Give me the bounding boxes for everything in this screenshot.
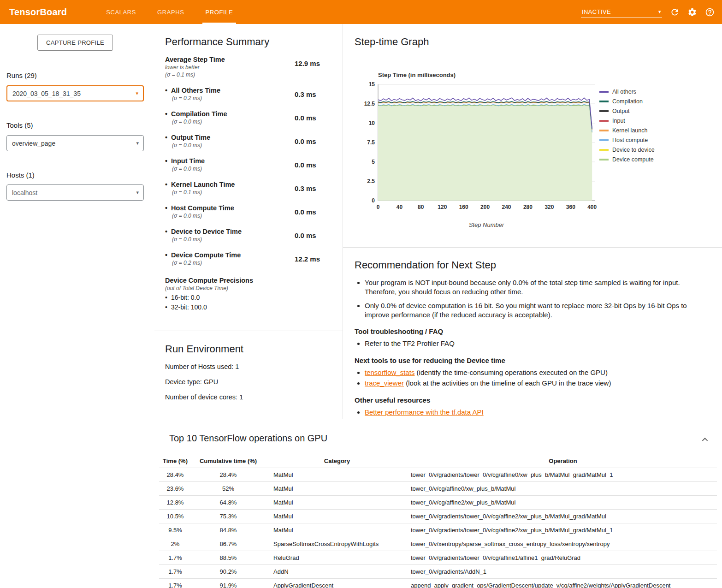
- average-step-time-value: 12.9 ms: [295, 56, 331, 78]
- svg-text:280: 280: [523, 204, 533, 210]
- perf-item-sigma: (σ = 0.0 ms): [172, 142, 210, 148]
- tab-profile[interactable]: PROFILE: [195, 0, 244, 24]
- bullet-icon: •: [165, 157, 167, 165]
- perf-item-text: •Output Time (σ = 0.0 ms): [165, 134, 210, 148]
- step-time-graph-title: Step-time Graph: [355, 36, 429, 48]
- trace-viewer-link[interactable]: trace_viewer: [365, 379, 404, 387]
- settings-button[interactable]: [687, 7, 697, 17]
- perf-item-value: 0.0 ms: [295, 161, 331, 169]
- table-row: 28.4%28.4%MatMultower_0/v/gradients/towe…: [159, 468, 717, 482]
- perf-item-value: 0.3 ms: [295, 184, 331, 192]
- time-cell: 28.4%: [159, 468, 191, 482]
- chevron-down-icon: ▾: [658, 9, 661, 14]
- precision-item: •16-bit: 0.0: [165, 294, 331, 301]
- help-button[interactable]: [705, 7, 715, 17]
- legend-swatch-icon: [599, 91, 609, 93]
- run-environment-line: Number of Hosts used: 1: [165, 363, 331, 370]
- table-row: 1.7%88.5%ReluGradtower_0/v/gradients/tow…: [159, 551, 717, 565]
- collapse-section-button[interactable]: [700, 435, 710, 445]
- runs-label: Runs (29): [6, 71, 37, 79]
- step-time-chart: 02.557.51012.515040801201602002402803203…: [364, 80, 604, 218]
- chart-x-axis-label: Step Number: [378, 221, 595, 228]
- perf-item: •Kernel Launch Time (σ = 0.1 ms) 0.3 ms: [165, 181, 331, 196]
- perf-item: •Device to Device Time (σ = 0.0 ms) 0.0 …: [165, 228, 331, 243]
- chart-title: Step Time (in milliseconds): [378, 71, 456, 78]
- time-cell: 12.8%: [159, 496, 191, 510]
- legend-swatch-icon: [599, 130, 609, 131]
- other-resources-heading: Other useful resources: [355, 396, 704, 404]
- svg-text:2.5: 2.5: [367, 178, 375, 184]
- perf-item: •All Others Time (σ = 0.2 ms) 0.3 ms: [165, 87, 331, 101]
- bullet-icon: •: [165, 303, 167, 311]
- precisions-list: •16-bit: 0.0•32-bit: 100.0: [165, 294, 331, 311]
- category-cell: MatMul: [265, 496, 409, 510]
- chart-legend: All othersCompilationOutputInputKernel l…: [599, 87, 655, 164]
- perf-item-text: •Device to Device Time (σ = 0.0 ms): [165, 228, 242, 243]
- header-controls: INACTIVE ▾: [581, 6, 715, 18]
- top-ops-title: Top 10 TensorFlow operations on GPU: [169, 433, 327, 444]
- hosts-select[interactable]: localhost ▾: [6, 184, 144, 201]
- tensorflow-stats-link[interactable]: tensorflow_stats: [365, 368, 414, 376]
- perf-item-value: 0.3 ms: [295, 90, 331, 98]
- legend-label: Device to device: [612, 147, 655, 153]
- tab-graphs[interactable]: GRAPHS: [147, 0, 195, 24]
- perf-item-label: •Kernel Launch Time: [165, 181, 235, 188]
- time-cell: 23.6%: [159, 482, 191, 496]
- tfdata-performance-link[interactable]: Better performance with the tf.data API: [365, 408, 484, 416]
- category-cell: MatMul: [265, 510, 409, 523]
- legend-swatch-icon: [599, 110, 609, 112]
- refresh-button[interactable]: [670, 7, 680, 17]
- recommendation-bullet: Your program is NOT input-bound because …: [365, 278, 704, 296]
- legend-item: All others: [599, 87, 655, 96]
- capture-profile-button[interactable]: CAPTURE PROFILE: [37, 35, 113, 51]
- column-header: Category: [265, 454, 409, 468]
- tensorboard-logo: TensorBoard: [9, 7, 67, 18]
- run-environment-lines: Number of Hosts used: 1Device type: GPUN…: [165, 363, 331, 401]
- next-tool-item: trace_viewer (look at the activities on …: [365, 379, 704, 388]
- bullet-icon: •: [165, 294, 167, 301]
- cumulative-cell: 91.9%: [191, 579, 265, 588]
- perf-item: •Host Compute Time (σ = 0.0 ms) 0.0 ms: [165, 204, 331, 219]
- sidebar: CAPTURE PROFILE Runs (29) 2020_03_05_18_…: [0, 24, 154, 588]
- table-row: 12.8%64.8%MatMultower_0/v/cg/affine2/xw_…: [159, 496, 717, 510]
- svg-text:160: 160: [459, 204, 468, 210]
- gear-icon: [687, 7, 697, 17]
- cumulative-cell: 28.4%: [191, 468, 265, 482]
- tab-scalars[interactable]: SCALARS: [95, 0, 147, 24]
- other-resource-item: Better performance with the tf.data API: [365, 408, 704, 417]
- right-column: Step-time Graph Step Time (in millisecon…: [343, 24, 722, 419]
- run-environment-line: Device type: GPU: [165, 378, 331, 386]
- category-cell: ApplyGradientDescent: [265, 579, 409, 588]
- run-environment-section: Run Environment Number of Hosts used: 1D…: [154, 331, 343, 401]
- cumulative-cell: 86.7%: [191, 537, 265, 551]
- legend-item: Output: [599, 106, 655, 116]
- operation-cell: tower_0/v/cg/affine2/xw_plus_b/MatMul: [409, 496, 717, 510]
- perf-item-label: •Device to Device Time: [165, 228, 242, 235]
- performance-summary-section: Performance Summary Average Step Time lo…: [154, 24, 343, 331]
- table-row: 23.6%52%MatMultower_0/v/cg/affine0/xw_pl…: [159, 482, 717, 496]
- table-row: 1.7%90.2%AddNtower_0/v/gradients/AddN_1: [159, 565, 717, 579]
- recommendation-bullet: Only 0.0% of device computation is 16 bi…: [365, 301, 704, 319]
- svg-text:15: 15: [369, 81, 375, 88]
- legend-label: Output: [612, 108, 630, 114]
- average-step-time-sigma: (σ = 0.1 ms): [165, 71, 225, 78]
- runs-select[interactable]: 2020_03_05_18_31_35 ▾: [6, 85, 144, 101]
- operation-cell: tower_0/v/gradients/tower_0/v/cg/affine1…: [409, 551, 717, 565]
- next-tools-heading: Next tools to use for reducing the Devic…: [355, 356, 704, 364]
- tools-select[interactable]: overview_page ▾: [6, 135, 144, 151]
- legend-swatch-icon: [599, 159, 609, 160]
- status-dropdown-value: INACTIVE: [582, 8, 611, 15]
- run-environment-line: Number of device cores: 1: [165, 393, 331, 401]
- hosts-label: Hosts (1): [6, 171, 35, 179]
- average-step-time-note: lower is better: [165, 64, 225, 71]
- faq-bullet: Refer to the TF2 Profiler FAQ: [365, 339, 704, 348]
- bullet-icon: •: [165, 181, 167, 188]
- bullet-icon: •: [165, 228, 167, 235]
- perf-item-value: 0.0 ms: [295, 208, 331, 216]
- perf-item-sigma: (σ = 0.1 ms): [172, 189, 235, 196]
- legend-label: Input: [612, 118, 625, 124]
- chevron-down-icon: ▾: [136, 190, 139, 195]
- top-tabs: SCALARS GRAPHS PROFILE: [95, 0, 243, 24]
- precision-item: •32-bit: 100.0: [165, 303, 331, 311]
- status-dropdown[interactable]: INACTIVE ▾: [581, 6, 662, 18]
